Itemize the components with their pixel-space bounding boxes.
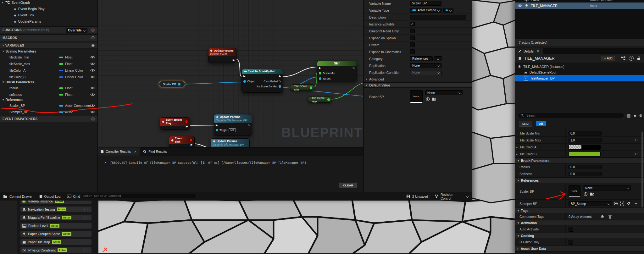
expose-to-cinematics-checkbox[interactable]	[410, 49, 415, 54]
color-swatch-tile-color-b[interactable]	[569, 152, 601, 157]
variable-row[interactable]: Stamper_BP Actor	[0, 109, 97, 115]
section-references[interactable]: ▾References	[515, 177, 644, 183]
default-value-section-header[interactable]: ▾ Default Value	[364, 82, 472, 88]
add-event-dispatcher-button[interactable]: ⊕	[91, 117, 95, 121]
drag-handle-icon[interactable]: ⋮⋮	[83, 208, 90, 211]
node-cast-to-scalebymat[interactable]: ▶▶ Cast To ScaleByMat ▶ ▶ Object Cast Fa…	[242, 69, 283, 93]
clear-button[interactable]: CLEAR	[339, 182, 358, 188]
variable-row[interactable]: tileScale_min Float	[0, 54, 97, 60]
visibility-eye-icon[interactable]	[90, 69, 95, 72]
target-self-value[interactable]: self	[229, 128, 236, 132]
section-tags[interactable]: ▾Tags	[515, 208, 644, 213]
variable-row[interactable]: Scaler_BP Actor Component	[0, 102, 97, 109]
default-asset-dropdown[interactable]: None	[425, 90, 463, 95]
as-scalebymat-pin[interactable]	[279, 85, 281, 88]
tab-find-results[interactable]: Find Results	[140, 147, 170, 156]
is-editor-only-checkbox[interactable]	[569, 240, 573, 245]
use-selected-icon[interactable]	[426, 97, 430, 101]
brush-parameters-group[interactable]: ▾Brush Parameters	[3, 80, 34, 84]
drag-handle-icon[interactable]: ⋮⋮	[83, 224, 90, 227]
exec-in-pin[interactable]: ▶	[216, 124, 218, 127]
section-brush-parameters[interactable]: ▾Brush Parameters	[515, 157, 644, 163]
tab-details[interactable]: Details ✕	[515, 48, 543, 54]
component-row-tilemanager-bp[interactable]: C TileManager_BP	[515, 75, 644, 81]
target-pin[interactable]	[216, 129, 218, 131]
visibility-eye-icon[interactable]	[90, 86, 95, 90]
content-drawer-button[interactable]: Content Drawer	[0, 192, 36, 201]
exec-out-pin[interactable]: ▶	[233, 59, 235, 62]
radius-input[interactable]	[569, 165, 602, 169]
update-params-row[interactable]: ◈ UpdateParams	[14, 19, 41, 23]
visibility-eye-icon[interactable]	[518, 4, 522, 7]
softness-input[interactable]	[569, 172, 602, 176]
node-set[interactable]: SET ▶ ▷ Scale Min Target	[317, 61, 357, 81]
eyedropper-icon[interactable]	[626, 202, 630, 206]
blueprint-read-only-checkbox[interactable]	[410, 29, 415, 33]
asset-thumbnail[interactable]: None	[569, 185, 580, 197]
grid-view-icon[interactable]: ▦	[627, 113, 630, 118]
expose-on-spawn-checkbox[interactable]	[410, 36, 415, 40]
tile-scale-max-input[interactable]	[569, 138, 602, 142]
visibility-eye-icon[interactable]	[90, 75, 95, 79]
container-type-dropdown[interactable]	[443, 8, 453, 13]
output-pin[interactable]	[327, 98, 330, 101]
getter-scaler-bp[interactable]: Scaler BP	[159, 81, 185, 87]
search-box[interactable]	[518, 113, 625, 118]
unsaved-indicator[interactable]: 2 Unsaved	[403, 192, 431, 201]
outliner-row-plane[interactable]: Plane StaticMeshActor	[515, 0, 644, 3]
console-command-input[interactable]	[81, 194, 197, 198]
exec-out-pin[interactable]: ▷	[353, 67, 355, 69]
edit-blueprint-icon[interactable]	[621, 56, 625, 60]
place-actor-item[interactable]: Physics Constraint Actor ⋮⋮	[20, 247, 92, 253]
cast-failed-pin[interactable]: ▷	[279, 80, 281, 83]
pick-actor-icon[interactable]	[620, 202, 624, 206]
visibility-eye-icon[interactable]	[90, 93, 95, 96]
place-actor-item[interactable]: Paper Grouped Sprite Actor ⋮⋮	[20, 231, 92, 237]
node-update-params-call[interactable]: ◈ Update Params Target is Tile Manager B…	[214, 114, 252, 135]
settings-gear-icon[interactable]: ⚙	[639, 113, 642, 118]
variable-row[interactable]: radius Float	[0, 85, 97, 91]
variable-row[interactable]: tileColor_B Linear Color	[0, 74, 97, 80]
place-actor-item[interactable]: Navigation Testing Actor ⋮⋮	[20, 206, 92, 213]
use-selected-icon[interactable]	[614, 202, 618, 206]
eventgraph-row[interactable]: ▾ EventGraph	[2, 1, 30, 4]
section-cooking[interactable]: ▾Cooking	[515, 233, 644, 238]
object-pin[interactable]	[243, 80, 246, 83]
exec-out-pin[interactable]: ▷	[248, 124, 250, 127]
getter-tile-scale-min[interactable]: Tile Scale Min	[290, 84, 314, 91]
node-event-tick[interactable]: ◈ Event Tick ▶	[169, 136, 195, 148]
browse-asset-icon[interactable]	[590, 192, 594, 196]
search-input[interactable]	[526, 113, 622, 118]
override-dropdown[interactable]: Override	[66, 28, 87, 33]
place-actor-item[interactable]: Niagara Perf Baseline Actor ⋮⋮	[20, 214, 92, 221]
stamper-bp-asset-dropdown[interactable]: BP_Stamp	[569, 201, 612, 206]
revision-control-dropdown[interactable]: Revision Control	[431, 192, 472, 201]
reset-to-default-icon[interactable]: ↩	[635, 138, 637, 142]
add-component-button[interactable]: + Add	[602, 56, 615, 61]
trash-icon[interactable]	[608, 215, 612, 219]
exec-in-pin[interactable]: ▶	[243, 75, 246, 78]
category-dropdown-button[interactable]	[434, 56, 442, 61]
output-pin[interactable]	[310, 86, 312, 89]
visibility-eye-icon[interactable]	[90, 62, 95, 65]
filter-misc-button[interactable]: Misc	[519, 121, 532, 127]
variable-row[interactable]: tileScale_max Float	[0, 61, 97, 67]
add-element-icon[interactable]: ⊕	[601, 214, 604, 219]
expand-arrow-icon[interactable]: ▸	[516, 153, 518, 156]
expand-caret-icon[interactable]: ▾	[2, 1, 3, 4]
outliner-row-tile-manager[interactable]: TILE_MANAGER Actor	[515, 3, 644, 9]
event-dispatchers-section-header[interactable]: EVENT DISPATCHERS ⊕	[0, 116, 97, 122]
description-input[interactable]	[410, 15, 466, 19]
reset-to-default-icon[interactable]: ↩	[635, 202, 637, 206]
tile-scale-min-input[interactable]	[569, 131, 602, 135]
output-log-button[interactable]: Output Log	[36, 192, 64, 201]
macros-section-header[interactable]: MACROS ⊕	[0, 34, 97, 41]
component-row-scene-root[interactable]: DefaultSceneRoot	[515, 69, 644, 75]
asset-thumbnail[interactable]: None	[410, 90, 423, 103]
event-begin-play-row[interactable]: ◈ Event Begin Play	[14, 7, 44, 11]
expand-arrow-icon[interactable]: ▸	[516, 146, 518, 149]
variables-section-header[interactable]: ▾ VARIABLES ⊕	[0, 42, 97, 48]
drag-handle-icon[interactable]: ⋮⋮	[83, 240, 90, 244]
scrollbar-thumb[interactable]	[641, 132, 643, 207]
variable-row[interactable]: softness Float	[0, 91, 97, 98]
